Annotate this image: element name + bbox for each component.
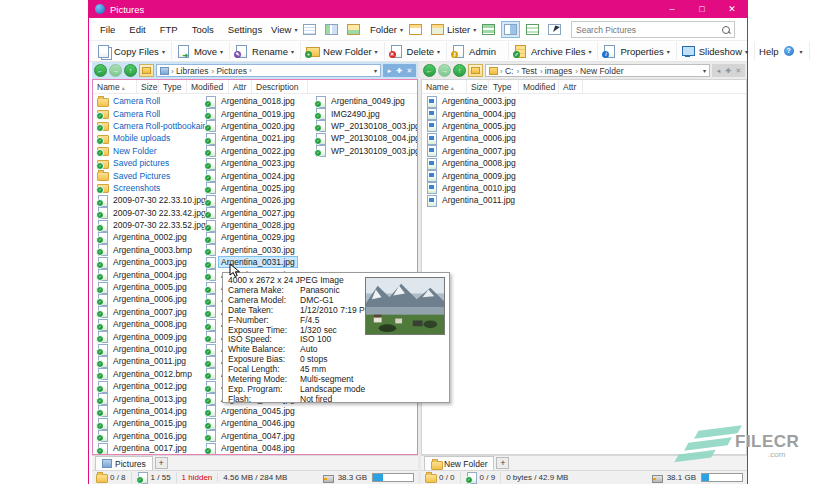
file-row[interactable]: Argentina_0005.jpg [424, 120, 574, 132]
file-row[interactable]: Camera Roll [95, 107, 205, 119]
file-row[interactable]: WP_20130109_003.jpg [313, 145, 418, 157]
close-button[interactable]: ✕ [717, 0, 747, 18]
column-header[interactable]: Attr [559, 80, 583, 94]
file-row[interactable]: WP_20130108_003.jpg [313, 120, 418, 132]
file-row[interactable]: Argentina_0049.jpg [313, 95, 418, 107]
dropdown-caret-icon[interactable]: ▾ [800, 48, 805, 55]
dropdown-caret-icon[interactable]: ▾ [745, 48, 750, 55]
file-row[interactable]: WP_20130108_004.jpg [313, 132, 418, 144]
file-row[interactable]: Argentina_0011.jpg [95, 355, 205, 367]
file-row[interactable]: Camera Roll-pottbookair [95, 120, 205, 132]
lister-single-pane-button[interactable] [523, 21, 542, 38]
file-row[interactable]: Argentina_0027.jpg [203, 207, 313, 219]
file-row[interactable]: Argentina_0029.jpg [203, 231, 313, 243]
file-row[interactable]: Argentina_0028.jpg [203, 219, 313, 231]
add-tab-button[interactable]: + [155, 457, 168, 469]
file-row[interactable]: Argentina_0026.jpg [203, 194, 313, 206]
address-dropdown-icon[interactable]: ▾ [703, 67, 706, 74]
pane-add-icon[interactable]: ✚ [395, 67, 404, 75]
column-header[interactable]: Size [137, 80, 159, 94]
file-row[interactable]: Argentina_0017.jpg [95, 442, 205, 454]
file-row[interactable]: Argentina_0025.jpg [203, 182, 313, 194]
lister-horizontal-split-button[interactable] [479, 21, 498, 38]
dropdown-caret-icon[interactable]: ▾ [220, 48, 225, 55]
column-header[interactable]: Type [159, 80, 187, 94]
up-button[interactable]: ↑ [124, 64, 137, 77]
toolbar-button[interactable]: New Folder ▾ [301, 42, 385, 60]
right-breadcrumb[interactable]: C:TestimagesNew Folder ▾ [485, 64, 710, 77]
menu-item[interactable]: File [93, 24, 122, 35]
forward-button[interactable]: → [438, 64, 451, 77]
column-header[interactable]: Type [489, 80, 519, 94]
file-row[interactable]: Argentina_0007.jpg [95, 306, 205, 318]
toolbar-button[interactable]: Slideshow ▾ [677, 42, 755, 60]
file-row[interactable]: Argentina_0016.jpg [95, 430, 205, 442]
file-row[interactable]: Argentina_0002.jpg [95, 231, 205, 243]
breadcrumb-segment[interactable]: C: [499, 66, 514, 76]
file-row[interactable]: Argentina_0031.jpg [203, 256, 313, 268]
toolbar-button[interactable]: Properties ▾ [598, 42, 676, 60]
left-breadcrumb[interactable]: LibrariesPictures › ▾ [156, 64, 381, 77]
file-row[interactable]: Argentina_0046.jpg [203, 417, 313, 429]
dropdown-caret-icon[interactable]: ▾ [437, 48, 442, 55]
pane-lock-icon[interactable]: ◂ [714, 67, 723, 75]
maximize-button[interactable]: □ [687, 0, 717, 18]
folder-tree-button[interactable] [406, 21, 425, 38]
file-row[interactable]: Argentina_0012.jpg [95, 380, 205, 392]
breadcrumb-segment[interactable]: Libraries [170, 66, 210, 76]
file-row[interactable]: Argentina_0004.jpg [424, 107, 574, 119]
file-row[interactable]: Argentina_0007.jpg [424, 145, 574, 157]
lister-menu[interactable]: Lister [447, 24, 470, 35]
toolbar-button[interactable]: Delete ▾ [385, 42, 447, 60]
chevron-down-icon[interactable]: ▾ [400, 26, 403, 33]
back-button[interactable]: ← [423, 64, 436, 77]
file-row[interactable]: Argentina_0023.jpg [203, 157, 313, 169]
title-bar[interactable]: Pictures – □ ✕ [89, 0, 747, 18]
dropdown-caret-icon[interactable]: ▾ [375, 48, 380, 55]
dropdown-caret-icon[interactable]: ▾ [667, 48, 672, 55]
minimize-button[interactable]: – [657, 0, 687, 18]
menu-item[interactable]: Edit [122, 24, 152, 35]
search-icon[interactable] [722, 26, 730, 34]
breadcrumb-segment[interactable]: images [539, 66, 573, 76]
up-button[interactable]: ↑ [453, 64, 466, 77]
file-row[interactable]: Argentina_0003.jpg [424, 95, 574, 107]
column-header[interactable]: Size [467, 80, 489, 94]
file-row[interactable]: Argentina_0010.jpg [95, 343, 205, 355]
menu-item[interactable]: Settings [221, 24, 269, 35]
pane-lock-icon[interactable]: ▸ [385, 67, 394, 75]
file-row[interactable]: Argentina_0045.jpg [203, 405, 313, 417]
column-header[interactable]: Name [422, 80, 467, 94]
dropdown-caret-icon[interactable]: ▾ [291, 48, 296, 55]
file-row[interactable]: Argentina_0009.jpg [424, 169, 574, 181]
file-row[interactable]: Argentina_0024.jpg [203, 169, 313, 181]
column-header[interactable]: Name [93, 80, 137, 94]
file-row[interactable]: Argentina_0008.jpg [95, 318, 205, 330]
view-list-button[interactable] [322, 21, 341, 38]
search-input[interactable] [576, 25, 722, 35]
file-row[interactable]: Argentina_0003.bmp [95, 244, 205, 256]
back-button[interactable]: ← [94, 64, 107, 77]
toolbar-button[interactable]: Rename ▾ [230, 42, 301, 60]
file-row[interactable]: Saved pictures [95, 157, 205, 169]
dropdown-caret-icon[interactable]: ▾ [162, 48, 167, 55]
pane-add-icon[interactable]: ✚ [724, 67, 733, 75]
file-row[interactable]: Argentina_0011.jpg [424, 194, 574, 206]
file-row[interactable]: Argentina_0013.jpg [95, 392, 205, 404]
toolbar-button[interactable]: Help ▾ [755, 42, 810, 60]
breadcrumb-segment[interactable]: Pictures [211, 66, 249, 76]
file-row[interactable]: Saved Pictures [95, 169, 205, 181]
pane-close-icon[interactable]: ✕ [734, 67, 743, 75]
file-row[interactable]: New Folder [95, 145, 205, 157]
file-row[interactable]: Argentina_0014.jpg [95, 405, 205, 417]
tab-new-folder[interactable]: New Folder [424, 456, 494, 470]
menu-item[interactable]: Tools [185, 24, 221, 35]
file-row[interactable]: 2009-07-30 22.33.10.jpg [95, 194, 205, 206]
view-details-button[interactable] [300, 21, 319, 38]
toolbar-button[interactable]: Copy Files ▾ [92, 42, 172, 60]
file-row[interactable]: 2009-07-30 22.33.42.jpg [95, 207, 205, 219]
file-row[interactable]: Argentina_0006.jpg [424, 132, 574, 144]
chevron-down-icon[interactable]: ▾ [473, 26, 476, 33]
file-row[interactable]: Argentina_0004.jpg [95, 268, 205, 280]
tab-pictures[interactable]: Pictures [95, 456, 153, 470]
